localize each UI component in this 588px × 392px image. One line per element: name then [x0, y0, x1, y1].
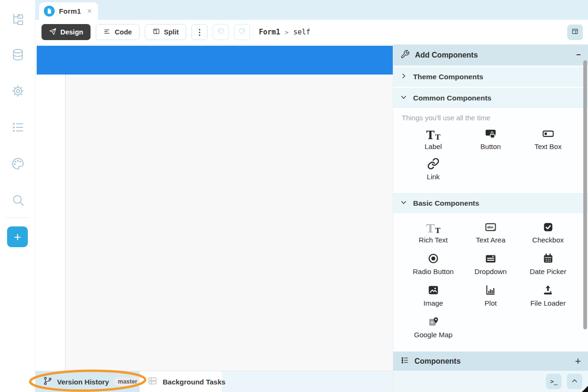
text-lines-icon	[103, 28, 111, 37]
list-icon[interactable]	[0, 117, 35, 138]
background-tasks-icon	[148, 376, 157, 388]
date-picker-icon	[542, 251, 554, 266]
radio-button-icon	[427, 251, 439, 266]
form-file-icon	[44, 6, 55, 17]
kebab-menu-icon: ⋮	[196, 27, 204, 37]
wrench-icon	[400, 50, 410, 61]
google-map-icon: G	[427, 314, 439, 329]
resize-corner	[582, 386, 588, 392]
component-text-area[interactable]: abc Text Area	[462, 217, 520, 246]
common-components-grid: Things you'll use all the time TT Label …	[393, 108, 588, 192]
app-structure-icon[interactable]	[0, 8, 35, 29]
paper-plane-icon	[49, 28, 57, 37]
add-button[interactable]: +	[7, 226, 28, 247]
svg-text:G: G	[431, 320, 433, 325]
design-button[interactable]: Design	[41, 24, 91, 40]
section-common-components[interactable]: Common Components	[393, 88, 588, 108]
tab-title: Form1	[59, 7, 81, 15]
component-file-loader[interactable]: File Loader	[519, 280, 577, 309]
text-area-icon: abc	[484, 219, 497, 234]
form-navbar-component[interactable]	[37, 46, 393, 75]
terminal-button[interactable]: >_	[546, 374, 562, 389]
undo-icon	[217, 27, 225, 37]
rich-text-icon: TT	[426, 219, 440, 234]
left-sidebar: +	[0, 0, 35, 392]
git-branch-icon	[43, 376, 53, 388]
branch-badge: master	[113, 377, 142, 386]
component-link[interactable]: Link	[405, 154, 462, 183]
breadcrumb-separator: >	[285, 29, 289, 36]
terminal-icon: >_	[550, 378, 558, 385]
component-checkbox[interactable]: Checkbox	[519, 217, 577, 246]
file-loader-icon	[542, 283, 554, 298]
plus-icon: +	[14, 230, 21, 244]
tab-bar: Form1 ×	[35, 0, 588, 20]
component-plot[interactable]: Plot	[462, 280, 520, 309]
settings-gear-icon[interactable]	[0, 81, 35, 101]
section-theme-components[interactable]: Theme Components	[393, 67, 588, 87]
add-component-icon[interactable]: +	[575, 356, 581, 367]
label-icon: TT	[426, 126, 440, 141]
components-footer-title: Components	[414, 357, 570, 366]
basic-components-grid: TT Rich Text abc Text Area Checkbox Radi…	[393, 213, 588, 351]
component-text-box[interactable]: Text Box	[519, 124, 577, 153]
button-icon	[484, 126, 497, 141]
design-canvas[interactable]	[35, 45, 393, 371]
chevron-right-icon	[400, 72, 407, 82]
version-history-button[interactable]: Version History master	[35, 371, 140, 392]
redo-icon	[238, 27, 246, 37]
chevron-down-icon	[400, 199, 407, 208]
tab-close-icon[interactable]: ×	[87, 7, 92, 15]
link-icon	[427, 156, 439, 171]
more-options-button[interactable]: ⋮	[191, 24, 207, 40]
component-dropdown[interactable]: Dropdown	[462, 249, 520, 278]
common-subtitle: Things you'll use all the time	[402, 114, 588, 122]
collapse-panel-icon[interactable]: −	[576, 50, 581, 60]
components-footer-bar[interactable]: Components +	[393, 351, 588, 371]
component-radio-button[interactable]: Radio Button	[405, 249, 462, 278]
sidebar-divider	[6, 217, 30, 218]
layout-panels-icon	[571, 27, 579, 37]
anvil-ide-window: + Form1 × Design Code Split ⋮	[0, 0, 588, 392]
form-drop-area[interactable]	[66, 75, 393, 371]
image-icon	[427, 283, 439, 298]
collapse-bottom-button[interactable]	[567, 374, 582, 389]
split-view-icon	[152, 27, 160, 37]
split-button[interactable]: Split	[145, 24, 186, 40]
component-date-picker[interactable]: Date Picker	[519, 249, 577, 278]
tab-form1[interactable]: Form1 ×	[39, 2, 98, 20]
component-image[interactable]: Image	[405, 280, 462, 309]
add-components-panel: Add Components − Theme Components Common…	[393, 45, 588, 392]
component-button[interactable]: Button	[462, 124, 520, 153]
bottom-bar: Version History master Background Tasks	[35, 371, 393, 392]
component-rich-text[interactable]: TT Rich Text	[405, 217, 462, 246]
dropdown-icon	[484, 251, 497, 266]
svg-text:abc: abc	[487, 225, 494, 229]
background-tasks-button[interactable]: Background Tasks	[140, 371, 222, 392]
code-button[interactable]: Code	[96, 24, 139, 40]
panel-title: Add Components	[415, 51, 571, 59]
database-icon[interactable]	[0, 44, 35, 65]
breadcrumb: Form1 > self	[259, 28, 310, 36]
panel-layout-toggle-button[interactable]	[567, 25, 583, 40]
undo-button[interactable]	[213, 24, 229, 40]
plot-icon	[484, 283, 497, 298]
breadcrumb-form[interactable]: Form1	[259, 28, 280, 36]
toolbar: Design Code Split ⋮ Form1 > self	[35, 20, 588, 45]
canvas-gutter	[35, 75, 66, 371]
text-box-icon	[542, 126, 555, 141]
component-label[interactable]: TT Label	[405, 124, 462, 153]
component-tree-icon	[400, 356, 409, 367]
component-google-map[interactable]: G Google Map	[405, 312, 462, 341]
chevron-down-icon	[400, 93, 407, 103]
checkbox-icon	[542, 219, 554, 234]
chevron-up-icon	[571, 377, 578, 386]
search-icon[interactable]	[0, 190, 35, 210]
bottom-right-strip: >_	[393, 371, 588, 392]
theme-palette-icon[interactable]	[0, 153, 35, 174]
breadcrumb-self[interactable]: self	[293, 28, 310, 36]
redo-button[interactable]	[234, 24, 250, 40]
panel-scrollbar-thumb[interactable]	[583, 60, 587, 329]
panel-header: Add Components −	[393, 45, 588, 66]
section-basic-components[interactable]: Basic Components	[393, 193, 588, 213]
